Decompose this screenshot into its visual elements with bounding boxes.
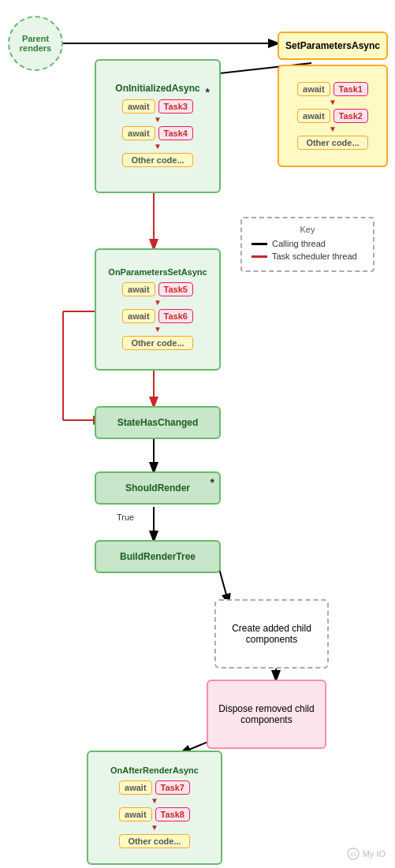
arrow-t8: ▼ [151,824,158,832]
await-task2-row: await Task2 [297,109,368,123]
watermark: IO My IO [347,848,386,860]
calling-thread-line [252,243,267,245]
set-parameters-async-node: SetParametersAsync [278,32,388,60]
await-task4-row: await Task4 [122,126,193,140]
parent-renders-node: Parent renders [8,16,63,71]
await-task6-row: await Task6 [122,309,193,323]
true-label: True [117,512,134,522]
arrow-t2: ▼ [329,125,337,133]
diagram-container: Parent renders SetParametersAsync await … [0,0,395,868]
should-render-node: ShouldRender * [95,471,221,505]
task-scheduler-line [252,255,267,258]
await-task8-row: await Task8 [119,807,190,821]
arrow-t1: ▼ [329,99,337,106]
state-has-changed-node: StateHasChanged [95,406,221,439]
watermark-icon: IO [347,848,360,860]
on-initialized-async-node: OnInitializedAsync * await Task3 ▼ await… [95,59,221,193]
on-after-render-async-node: OnAfterRenderAsync await Task7 ▼ await T… [87,751,222,865]
create-added-node: Create added child components [214,599,329,669]
other-code-after: Other code... [119,834,189,848]
await-task7-row: await Task7 [119,780,190,795]
key-title: Key [252,225,363,234]
on-parameters-set-async-node: OnParametersSetAsync await Task5 ▼ await… [95,248,221,371]
other-code-params: Other code... [122,336,192,350]
set-parameters-async-inner: await Task1 ▼ await Task2 ▼ Other code..… [278,65,388,167]
arrow-t5: ▼ [154,299,162,307]
await-task1-row: await Task1 [297,82,368,96]
arrow-t4: ▼ [154,143,162,151]
arrow-t6: ▼ [154,326,162,333]
arrow-t3: ▼ [154,116,162,124]
key-box: Key Calling thread Task scheduler thread [240,217,375,272]
arrow-t7: ▼ [151,797,158,805]
key-task-scheduler-thread: Task scheduler thread [252,251,363,261]
key-calling-thread: Calling thread [252,239,363,248]
dispose-removed-node: Dispose removed child components [207,680,326,749]
other-code-init: Other code... [122,153,192,167]
await-task3-row: await Task3 [122,99,193,114]
await-task5-row: await Task5 [122,282,193,296]
svg-text:IO: IO [350,851,356,857]
build-render-tree-node: BuildRenderTree [95,540,221,573]
other-code-set: Other code... [297,136,367,150]
